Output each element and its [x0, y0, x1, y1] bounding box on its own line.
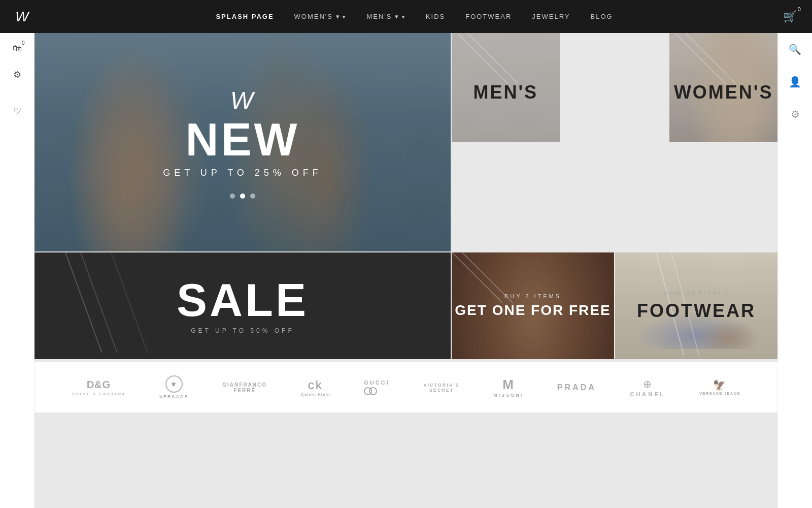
free-panel[interactable]: BUY 2 ITEMS GET ONE FOR FREE [452, 252, 614, 359]
hero-heading: NEW [186, 117, 300, 163]
bag-count: 0 [22, 40, 25, 46]
footwear-title: FOOTWEAR [637, 300, 756, 322]
footwear-panel[interactable]: NEW ARRIVALS FOOTWEAR [615, 252, 777, 359]
brand-chanel[interactable]: ⊕ CHANEL [630, 378, 665, 397]
mens-panel[interactable]: NEW ARRIVALS MEN'S [452, 33, 560, 142]
sale-text: SALE GET UP TO 50% OFF [35, 252, 451, 359]
hero-overlay: W NEW GET UP TO 25% OFF [35, 33, 451, 251]
site-logo[interactable]: W [15, 9, 46, 25]
brand-gucci[interactable]: GUCCI [364, 379, 389, 395]
top-nav: W SPLASH PAGE WOMEN'S ▾ MEN'S ▾ KIDS FOO… [0, 0, 812, 33]
nav-kids[interactable]: KIDS [426, 13, 445, 20]
hero-subtitle: GET UP TO 25% OFF [163, 168, 322, 178]
womens-overlay: NEW ARRIVALS WOMEN'S [669, 33, 777, 142]
footwear-overlay: NEW ARRIVALS FOOTWEAR [615, 252, 777, 359]
settings-right-icon[interactable]: ⚙ [791, 108, 800, 120]
sale-heading: SALE [177, 277, 309, 323]
brand-versace-jeans[interactable]: 🦅 VERSACE JEANS [699, 379, 740, 396]
search-icon[interactable]: 🔍 [789, 43, 801, 55]
main-content: W NEW GET UP TO 25% OFF [35, 33, 777, 508]
brand-dg[interactable]: D&G DOLCE & GABBANA [72, 379, 125, 396]
womens-title: WOMEN'S [674, 82, 773, 103]
right-sidebar: 🔍 👤 ⚙ [777, 33, 812, 508]
nav-footwear[interactable]: FOOTWEAR [465, 13, 512, 20]
bag-icon[interactable]: 🛍 0 [13, 43, 22, 54]
hero-banner[interactable]: W NEW GET UP TO 25% OFF [35, 33, 451, 251]
mens-title: MEN'S [473, 82, 538, 103]
mens-new-arrivals: NEW ARRIVALS [472, 72, 538, 78]
womens-panel[interactable]: NEW ARRIVALS WOMEN'S [669, 33, 777, 142]
brand-victoria[interactable]: VICTORIA'S SECRET [423, 383, 459, 393]
nav-splash[interactable]: SPLASH PAGE [216, 13, 274, 20]
free-heading: GET ONE FOR FREE [455, 302, 611, 319]
hero-dot-3[interactable] [250, 194, 255, 199]
right-panels-col: NEW ARRIVALS WOMEN'S NEW ARRIVALS MEN'S [452, 33, 777, 251]
womens-new-arrivals: NEW ARRIVALS [691, 72, 757, 78]
cart-icon: 🛒 [783, 10, 797, 23]
hero-grid: W NEW GET UP TO 25% OFF [35, 33, 777, 362]
brand-prada[interactable]: PRADA [557, 383, 596, 392]
footwear-new-arrivals: NEW ARRIVALS [663, 290, 729, 296]
user-icon[interactable]: 👤 [789, 76, 801, 88]
free-overlay: BUY 2 ITEMS GET ONE FOR FREE [452, 252, 614, 359]
sale-subtitle: GET UP TO 50% OFF [191, 327, 294, 334]
brand-ck[interactable]: ck Calvin Klein [301, 378, 330, 397]
nav-mens[interactable]: MEN'S ▾ [366, 13, 405, 20]
nav-links: SPLASH PAGE WOMEN'S ▾ MEN'S ▾ KIDS FOOTW… [216, 13, 613, 20]
hero-dots [230, 194, 255, 199]
left-sidebar: 🛍 0 ⚙ ♡ [0, 33, 35, 508]
settings-icon[interactable]: ⚙ [13, 69, 21, 80]
bottom-right-panels: BUY 2 ITEMS GET ONE FOR FREE NEW ARRIVAL… [452, 252, 777, 362]
sale-panel[interactable]: SALE GET UP TO 50% OFF [35, 252, 451, 359]
hero-dot-1[interactable] [230, 194, 235, 199]
brands-bar: D&G DOLCE & GABBANA ⚜ VERSACE GIANFRANCO… [35, 362, 777, 412]
nav-womens[interactable]: WOMEN'S ▾ [294, 13, 347, 20]
hero-logo: W [230, 86, 255, 114]
mens-overlay: NEW ARRIVALS MEN'S [452, 33, 560, 142]
brand-gianfranco[interactable]: GIANFRANCO FERRÉ [222, 382, 267, 393]
free-small-text: BUY 2 ITEMS [504, 293, 561, 299]
hero-dot-2[interactable] [240, 194, 245, 199]
cart-button[interactable]: 🛒 0 [783, 10, 797, 23]
brand-versace[interactable]: ⚜ VERSACE [159, 375, 189, 399]
nav-blog[interactable]: BLOG [590, 13, 613, 20]
cart-count: 0 [798, 6, 801, 12]
wishlist-icon[interactable]: ♡ [13, 106, 21, 117]
nav-jewelry[interactable]: JEWELRY [532, 13, 570, 20]
brand-missoni[interactable]: M MISSONI [493, 377, 523, 398]
